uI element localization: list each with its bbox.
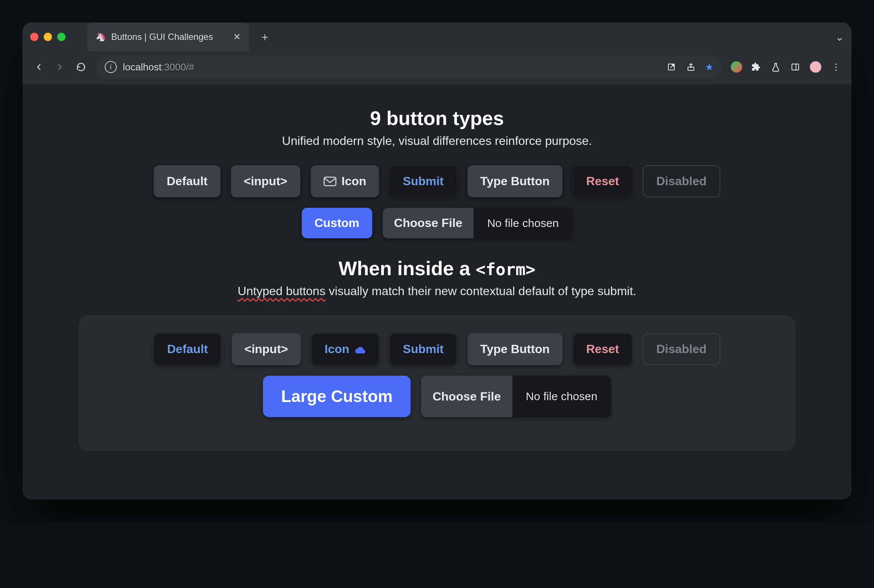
extension-colorwheel-icon[interactable] — [731, 61, 742, 73]
input-button[interactable]: <input> — [231, 165, 300, 197]
submit-button[interactable]: Submit — [390, 165, 457, 197]
forward-button[interactable] — [53, 61, 66, 73]
page-subtitle: Unified modern style, visual differences… — [68, 134, 806, 148]
input-button[interactable]: <input> — [232, 333, 301, 365]
button-label: Default — [167, 174, 207, 188]
button-label: Type Button — [480, 342, 550, 356]
url-path: /# — [186, 61, 194, 73]
svg-rect-4 — [324, 177, 336, 186]
button-label: Disabled — [656, 174, 706, 188]
url-host: localhost — [123, 61, 162, 73]
button-label: Disabled — [656, 342, 706, 356]
svg-rect-2 — [792, 64, 799, 70]
open-external-icon[interactable] — [666, 61, 677, 73]
disabled-button: Disabled — [643, 333, 720, 365]
button-row-1: Default <input> Icon Submit Type Button … — [68, 165, 806, 197]
button-label: Default — [167, 342, 208, 356]
button-label: Large Custom — [281, 387, 393, 406]
button-label: Submit — [403, 174, 443, 188]
section-heading: When inside a <form> — [68, 257, 806, 280]
button-label: Icon — [342, 174, 367, 188]
titlebar: 🦄 Buttons | GUI Challenges ✕ ＋ ⌄ — [23, 23, 851, 51]
button-label: <input> — [244, 174, 287, 188]
subtitle-rest: visually match their new contextual defa… — [325, 284, 636, 298]
heading-text: When inside a — [338, 257, 475, 279]
panel-icon[interactable] — [790, 61, 801, 73]
url-text: localhost:3000/# — [123, 61, 194, 73]
button-label: <input> — [244, 342, 288, 356]
site-info-icon[interactable]: i — [105, 61, 117, 73]
button-label: Type Button — [480, 174, 550, 188]
window-controls — [30, 33, 66, 41]
section-subtitle: Untyped buttons visually match their new… — [68, 284, 806, 298]
submit-button[interactable]: Submit — [390, 333, 457, 365]
button-label: Icon — [325, 342, 350, 356]
custom-button[interactable]: Custom — [302, 208, 372, 238]
url-port: :3000 — [162, 61, 186, 73]
new-tab-button[interactable]: ＋ — [256, 28, 274, 46]
choose-file-button[interactable]: Choose File — [383, 208, 474, 238]
toolbar: i localhost:3000/# ★ — [23, 51, 851, 84]
button-label: Reset — [586, 174, 619, 188]
type-button[interactable]: Type Button — [468, 165, 562, 197]
page-title: 9 button types — [68, 107, 806, 129]
default-button[interactable]: Default — [154, 333, 221, 365]
file-status: No file chosen — [512, 376, 611, 417]
large-custom-button[interactable]: Large Custom — [263, 376, 411, 417]
section-form: When inside a <form> Untyped buttons vis… — [68, 257, 806, 451]
tab-title: Buttons | GUI Challenges — [111, 32, 213, 42]
choose-file-button[interactable]: Choose File — [421, 376, 512, 417]
close-tab-icon[interactable]: ✕ — [233, 32, 241, 42]
heading-code: <form> — [476, 260, 536, 279]
reset-button[interactable]: Reset — [573, 165, 632, 197]
share-icon[interactable] — [685, 61, 697, 73]
bookmark-star-icon[interactable]: ★ — [705, 61, 714, 73]
type-button[interactable]: Type Button — [468, 333, 562, 365]
browser-window: 🦄 Buttons | GUI Challenges ✕ ＋ ⌄ i loc — [23, 23, 851, 500]
section-button-types: 9 button types Unified modern style, vis… — [68, 107, 806, 238]
page-content: 9 button types Unified modern style, vis… — [23, 84, 851, 500]
button-label: Reset — [586, 342, 619, 356]
disabled-button: Disabled — [643, 165, 720, 197]
reload-button[interactable] — [75, 61, 87, 73]
back-button[interactable] — [32, 61, 45, 73]
icon-button[interactable]: Icon — [312, 333, 379, 365]
file-input[interactable]: Choose File No file chosen — [383, 208, 572, 238]
labs-icon[interactable] — [770, 61, 781, 73]
file-input[interactable]: Choose File No file chosen — [421, 376, 611, 417]
minimize-window-icon[interactable] — [44, 33, 52, 41]
kebab-menu-icon[interactable]: ⋮ — [830, 61, 842, 73]
default-button[interactable]: Default — [154, 165, 220, 197]
form-button-row-2: Large Custom Choose File No file chosen — [95, 376, 779, 417]
cloud-icon — [354, 345, 366, 353]
close-window-icon[interactable] — [30, 33, 38, 41]
button-row-2: Custom Choose File No file chosen — [68, 208, 806, 238]
button-label: Custom — [315, 216, 359, 230]
form-button-row-1: Default <input> Icon Submit Type Button … — [95, 333, 779, 365]
fullscreen-window-icon[interactable] — [57, 33, 66, 41]
address-bar[interactable]: i localhost:3000/# ★ — [96, 55, 723, 79]
tabs-overflow-icon[interactable]: ⌄ — [835, 31, 844, 43]
favicon-icon: 🦄 — [96, 32, 106, 42]
extensions-icon[interactable] — [750, 61, 762, 73]
form-container: Default <input> Icon Submit Type Button … — [79, 315, 795, 451]
icon-button[interactable]: Icon — [311, 165, 379, 197]
subtitle-highlight: Untyped buttons — [238, 284, 325, 298]
profile-avatar-icon[interactable] — [809, 61, 822, 73]
reset-button[interactable]: Reset — [573, 333, 632, 365]
button-label: Submit — [403, 342, 443, 356]
mail-icon — [324, 177, 336, 186]
browser-tab[interactable]: 🦄 Buttons | GUI Challenges ✕ — [87, 23, 249, 51]
file-status: No file chosen — [474, 208, 572, 238]
